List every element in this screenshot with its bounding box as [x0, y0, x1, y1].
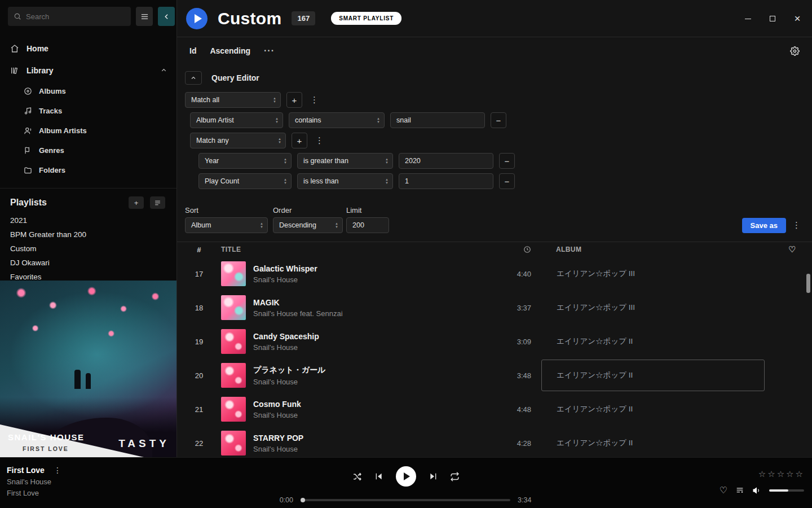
- group-match-type-select[interactable]: Match any ▲▼: [190, 133, 286, 148]
- sort-field-button[interactable]: Id: [189, 46, 196, 55]
- table-row[interactable]: 20 プラネット・ガール Snail's House 3:48 エイリアン☆ポッ…: [177, 358, 812, 392]
- play-playlist-button[interactable]: [186, 8, 208, 29]
- group-menu-button[interactable]: ⋮: [313, 135, 326, 146]
- nav-back-button[interactable]: [158, 7, 175, 26]
- table-row[interactable]: 19 Candy Spaceship Snail's House 3:09 エイ…: [177, 325, 812, 358]
- now-playing-album[interactable]: First Love: [7, 489, 64, 497]
- order-select[interactable]: Descending ▲▼: [273, 217, 343, 233]
- sidebar-item-albums[interactable]: Albums: [0, 81, 176, 101]
- next-button[interactable]: [429, 472, 438, 481]
- add-playlist-button[interactable]: +: [129, 196, 144, 209]
- collapse-query-editor-button[interactable]: [185, 71, 202, 85]
- sort-select[interactable]: Album ▲▼: [185, 217, 268, 233]
- track-menu-button[interactable]: ⋮: [51, 466, 64, 475]
- column-index[interactable]: #: [177, 246, 221, 254]
- remove-rule-button[interactable]: −: [499, 173, 515, 189]
- column-duration[interactable]: [496, 246, 541, 253]
- rule-value-input[interactable]: [399, 153, 493, 169]
- track-artist[interactable]: Snail's House: [253, 275, 317, 284]
- table-row[interactable]: 21 Cosmo Funk Snail's House 4:48 エイリアン☆ポ…: [177, 392, 812, 426]
- playlist-item[interactable]: 2021: [0, 213, 176, 227]
- sort-order-button[interactable]: Ascending: [210, 46, 250, 55]
- save-menu-button[interactable]: ⋮: [790, 220, 803, 230]
- rule-group-menu-button[interactable]: ⋮: [308, 95, 321, 105]
- queue-button[interactable]: [735, 486, 744, 495]
- shuffle-button[interactable]: [352, 472, 362, 481]
- star-icon[interactable]: ☆: [767, 469, 775, 479]
- track-title-cell: Candy Spaceship Snail's House: [221, 329, 496, 354]
- add-group-rule-button[interactable]: +: [292, 133, 307, 148]
- play-pause-button[interactable]: [396, 466, 416, 487]
- playlist-list-button[interactable]: [150, 196, 165, 209]
- volume-slider[interactable]: [769, 489, 804, 492]
- rule-operator-select[interactable]: contains ▲▼: [289, 112, 385, 128]
- add-rule-button[interactable]: +: [286, 92, 302, 108]
- playlist-item[interactable]: DJ Okawari: [0, 256, 176, 270]
- track-album[interactable]: エイリアン☆ポップ II: [541, 427, 765, 457]
- library-icon: [10, 66, 19, 75]
- elapsed-time: 0:00: [274, 496, 293, 504]
- star-icon[interactable]: ☆: [786, 469, 793, 479]
- rule-field-select[interactable]: Album Artist ▲▼: [190, 112, 283, 128]
- remove-rule-button[interactable]: −: [491, 112, 506, 128]
- track-artist[interactable]: Snail's House: [253, 411, 301, 419]
- rule-operator-select[interactable]: is greater than ▲▼: [297, 153, 393, 169]
- match-type-select[interactable]: Match all ▲▼: [185, 92, 281, 108]
- limit-input[interactable]: [346, 217, 389, 233]
- track-album[interactable]: エイリアン☆ポップ II: [541, 393, 765, 425]
- search-input[interactable]: [26, 12, 125, 21]
- now-playing-cover-art[interactable]: SNAIL'S HOUSE FIRST LOVE TASTY: [0, 281, 176, 457]
- seek-bar[interactable]: [302, 499, 510, 501]
- track-artist[interactable]: Snail's House: [253, 445, 303, 453]
- save-as-button[interactable]: Save as: [742, 218, 786, 233]
- star-icon[interactable]: ☆: [777, 469, 784, 479]
- previous-button[interactable]: [374, 472, 383, 481]
- column-album[interactable]: ALBUM: [541, 246, 773, 253]
- table-row[interactable]: 18 MAGIK Snail's House feat. Sennzai 3:3…: [177, 291, 812, 325]
- favorite-track-button[interactable]: ♡: [720, 485, 727, 496]
- rule-field-select[interactable]: Play Count ▲▼: [198, 173, 292, 189]
- search-box[interactable]: [8, 7, 131, 26]
- table-row[interactable]: 17 Galactic Whisper Snail's House 4:40 エ…: [177, 257, 812, 291]
- collapse-chevron-icon[interactable]: [160, 67, 167, 74]
- track-table: # TITLE ALBUM ♡ 17 Galactic Whisper Snai…: [177, 242, 812, 457]
- seek-thumb[interactable]: [301, 498, 305, 502]
- sidebar-item-genres[interactable]: Genres: [0, 141, 176, 160]
- track-artist[interactable]: Snail's House feat. Sennzai: [253, 309, 343, 318]
- close-button[interactable]: ×: [785, 6, 810, 32]
- volume-button[interactable]: [752, 486, 761, 495]
- rule-operator-select[interactable]: is less than ▲▼: [297, 173, 393, 189]
- star-icon[interactable]: ☆: [796, 469, 803, 479]
- track-artist[interactable]: Snail's House: [253, 378, 325, 386]
- track-album[interactable]: エイリアン☆ポップ II: [541, 326, 765, 357]
- track-album[interactable]: エイリアン☆ポップ III: [541, 258, 765, 290]
- now-playing-artist[interactable]: Snail's House: [7, 478, 64, 486]
- playlist-item[interactable]: BPM Greater than 200: [0, 227, 176, 242]
- menu-button[interactable]: [136, 7, 153, 26]
- track-artist[interactable]: Snail's House: [253, 343, 319, 352]
- now-playing-title[interactable]: First Love: [7, 466, 45, 475]
- select-value: Match any: [196, 137, 229, 144]
- playlist-item[interactable]: Custom: [0, 242, 176, 256]
- maximize-button[interactable]: [760, 6, 785, 32]
- sidebar-item-folders[interactable]: Folders: [0, 160, 176, 180]
- more-options-button[interactable]: ···: [264, 46, 275, 56]
- sidebar-item-library[interactable]: Library: [0, 59, 176, 81]
- rule-field-select[interactable]: Year ▲▼: [198, 153, 292, 169]
- column-favorite[interactable]: ♡: [773, 244, 812, 255]
- sidebar-item-album-artists[interactable]: Album Artists: [0, 121, 176, 141]
- table-row[interactable]: 22 STARRY POP Snail's House 4:28 エイリアン☆ポ…: [177, 426, 812, 457]
- sidebar-item-tracks[interactable]: Tracks: [0, 101, 176, 121]
- sidebar-item-home[interactable]: Home: [0, 37, 176, 59]
- settings-button[interactable]: [790, 46, 800, 56]
- repeat-button[interactable]: [450, 472, 460, 481]
- track-album-focused[interactable]: エイリアン☆ポップ II: [541, 360, 765, 391]
- column-title[interactable]: TITLE: [221, 246, 496, 253]
- minimize-button[interactable]: [735, 6, 760, 32]
- scrollbar-thumb[interactable]: [806, 274, 810, 293]
- remove-rule-button[interactable]: −: [499, 153, 515, 169]
- star-icon[interactable]: ☆: [758, 469, 766, 479]
- track-album[interactable]: エイリアン☆ポップ III: [541, 292, 765, 323]
- rule-value-input[interactable]: [399, 173, 493, 189]
- rule-value-input[interactable]: [390, 112, 485, 128]
